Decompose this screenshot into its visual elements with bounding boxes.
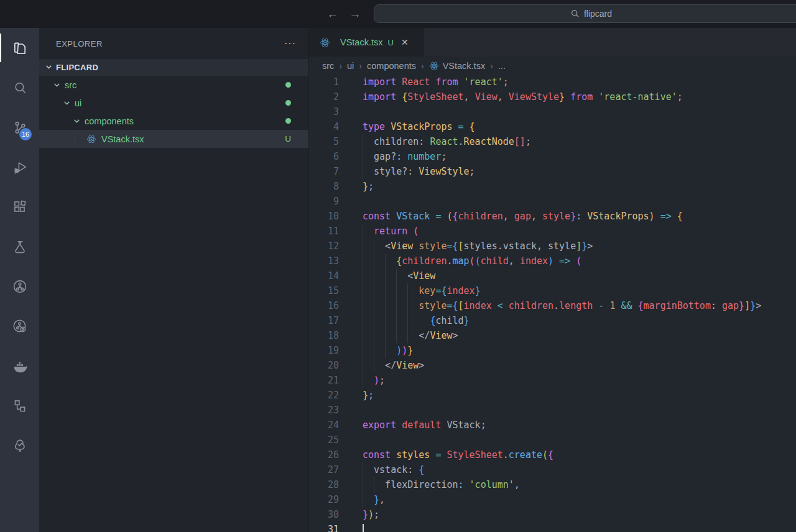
code-line-1[interactable]: 1import React from 'react'; bbox=[309, 75, 796, 89]
line-number[interactable]: 27 bbox=[309, 462, 351, 477]
code-line-17[interactable]: 17 {child} bbox=[309, 313, 796, 328]
line-number[interactable]: 10 bbox=[309, 209, 351, 224]
code-line-23[interactable]: 23 bbox=[309, 403, 796, 418]
tab-vstack[interactable]: VStack.tsx U ✕ bbox=[309, 28, 423, 57]
line-number[interactable]: 13 bbox=[309, 254, 351, 268]
code-line-24[interactable]: 24export default VStack; bbox=[309, 418, 796, 433]
code-token bbox=[413, 241, 419, 252]
line-number[interactable]: 21 bbox=[309, 373, 351, 388]
code-line-15[interactable]: 15 key={index} bbox=[309, 283, 796, 298]
line-number[interactable]: 5 bbox=[309, 134, 351, 149]
line-number[interactable]: 26 bbox=[309, 447, 351, 462]
line-number[interactable]: 12 bbox=[309, 239, 351, 254]
activity-item-hierarchy[interactable] bbox=[0, 386, 39, 426]
code-line-4[interactable]: 4type VStackProps = { bbox=[309, 119, 796, 134]
command-center-search[interactable]: flipcard bbox=[374, 4, 796, 23]
code-line-9[interactable]: 9 bbox=[309, 194, 796, 209]
workspace-section-header[interactable]: FLIPCARD bbox=[39, 59, 308, 76]
tree-item-src[interactable]: src bbox=[39, 76, 308, 94]
code-line-20[interactable]: 20 </View> bbox=[309, 358, 796, 373]
breadcrumb-item-ui[interactable]: ui bbox=[347, 61, 354, 71]
code-token: , bbox=[509, 255, 520, 267]
code-line-19[interactable]: 19 ))} bbox=[309, 343, 796, 358]
code-line-11[interactable]: 11 return ( bbox=[309, 224, 796, 239]
line-number[interactable]: 7 bbox=[309, 164, 351, 179]
line-number[interactable]: 19 bbox=[309, 343, 351, 358]
tree-item-components[interactable]: components bbox=[39, 112, 308, 130]
activity-item-testing[interactable] bbox=[0, 227, 39, 267]
nav-back-button[interactable]: ← bbox=[326, 7, 340, 21]
line-number[interactable]: 28 bbox=[309, 477, 351, 492]
line-number[interactable]: 8 bbox=[309, 179, 351, 194]
code-line-16[interactable]: 16 style={[index < children.length - 1 &… bbox=[309, 298, 796, 313]
code-token: ) bbox=[396, 345, 402, 356]
line-number[interactable]: 30 bbox=[309, 507, 351, 522]
line-number[interactable]: 23 bbox=[309, 403, 351, 418]
code-token: } bbox=[363, 509, 368, 520]
code-token: ViewStyle bbox=[509, 91, 559, 103]
line-number[interactable]: 31 bbox=[309, 522, 351, 532]
line-number[interactable]: 22 bbox=[309, 388, 351, 403]
more-actions-icon[interactable]: ··· bbox=[284, 38, 296, 49]
code-line-2[interactable]: 2import {StyleSheet, View, ViewStyle} fr… bbox=[309, 89, 796, 104]
indent-guide bbox=[374, 254, 374, 268]
line-number[interactable]: 9 bbox=[309, 194, 351, 209]
code-line-14[interactable]: 14 <View bbox=[309, 268, 796, 283]
breadcrumb-item--[interactable]: ... bbox=[498, 61, 506, 71]
line-number[interactable]: 4 bbox=[309, 119, 351, 134]
code-line-27[interactable]: 27 vstack: { bbox=[309, 462, 796, 477]
code-line-5[interactable]: 5 children: React.ReactNode[]; bbox=[309, 134, 796, 149]
breadcrumb-item-components[interactable]: components bbox=[367, 61, 416, 71]
line-number[interactable]: 1 bbox=[309, 75, 351, 89]
code-line-29[interactable]: 29 }, bbox=[309, 492, 796, 507]
code-line-22[interactable]: 22}; bbox=[309, 388, 796, 403]
code-line-25[interactable]: 25 bbox=[309, 433, 796, 447]
line-number[interactable]: 18 bbox=[309, 328, 351, 343]
line-number[interactable]: 15 bbox=[309, 283, 351, 298]
line-number[interactable]: 3 bbox=[309, 104, 351, 119]
close-icon[interactable]: ✕ bbox=[401, 37, 409, 47]
code-line-18[interactable]: 18 </View> bbox=[309, 328, 796, 343]
file-tree: srcuicomponentsVStack.tsxU bbox=[39, 76, 308, 148]
line-number[interactable]: 16 bbox=[309, 298, 351, 313]
activity-item-todo-tree[interactable] bbox=[0, 426, 39, 466]
tab-bar: VStack.tsx U ✕ bbox=[309, 28, 796, 57]
line-number[interactable]: 25 bbox=[309, 433, 351, 447]
tree-item-vstack-tsx[interactable]: VStack.tsxU bbox=[39, 130, 308, 148]
code-line-31[interactable]: 31 bbox=[309, 522, 796, 532]
line-number[interactable]: 20 bbox=[309, 358, 351, 373]
activity-item-source-control[interactable]: 16 bbox=[0, 108, 39, 147]
line-number[interactable]: 24 bbox=[309, 418, 351, 433]
editor-code[interactable]: 1import React from 'react';2import {Styl… bbox=[309, 75, 796, 532]
code-line-30[interactable]: 30}); bbox=[309, 507, 796, 522]
line-number[interactable]: 17 bbox=[309, 313, 351, 328]
code-line-10[interactable]: 10const VStack = ({children, gap, style}… bbox=[309, 209, 796, 224]
code-line-6[interactable]: 6 gap?: number; bbox=[309, 149, 796, 164]
breadcrumb-item-src[interactable]: src bbox=[322, 61, 334, 71]
line-number[interactable]: 2 bbox=[309, 89, 351, 104]
tree-item-ui[interactable]: ui bbox=[39, 94, 308, 112]
code-text: flexDirection: 'column', bbox=[351, 477, 796, 492]
activity-item-search[interactable] bbox=[0, 68, 39, 108]
line-number[interactable]: 29 bbox=[309, 492, 351, 507]
code-line-8[interactable]: 8}; bbox=[309, 179, 796, 194]
activity-item-gitlens-inspect[interactable] bbox=[0, 306, 39, 346]
code-line-26[interactable]: 26const styles = StyleSheet.create({ bbox=[309, 447, 796, 462]
activity-item-run-debug[interactable] bbox=[0, 147, 39, 187]
activity-item-explorer[interactable] bbox=[0, 28, 39, 68]
code-token: } bbox=[407, 345, 413, 356]
breadcrumb-item-vstack-tsx[interactable]: VStack.tsx bbox=[429, 61, 486, 71]
code-line-12[interactable]: 12 <View style={[styles.vstack, style]}> bbox=[309, 239, 796, 254]
line-number[interactable]: 11 bbox=[309, 224, 351, 239]
line-number[interactable]: 14 bbox=[309, 268, 351, 283]
line-number[interactable]: 6 bbox=[309, 149, 351, 164]
code-line-7[interactable]: 7 style?: ViewStyle; bbox=[309, 164, 796, 179]
code-line-3[interactable]: 3 bbox=[309, 104, 796, 119]
activity-item-extensions[interactable] bbox=[0, 187, 39, 227]
activity-item-gitlens[interactable] bbox=[0, 267, 39, 306]
code-line-21[interactable]: 21 ); bbox=[309, 373, 796, 388]
activity-item-docker[interactable] bbox=[0, 346, 39, 386]
code-line-28[interactable]: 28 flexDirection: 'column', bbox=[309, 477, 796, 492]
nav-forward-button[interactable]: → bbox=[348, 7, 362, 21]
code-line-13[interactable]: 13 {children.map((child, index) => ( bbox=[309, 254, 796, 268]
